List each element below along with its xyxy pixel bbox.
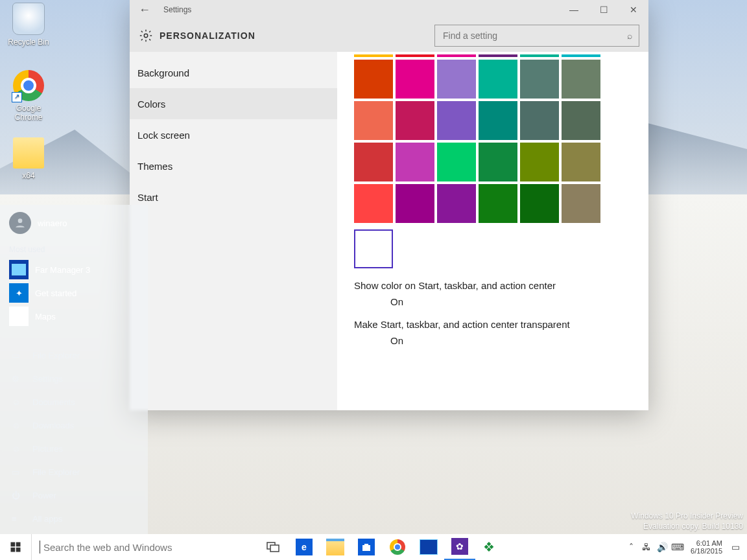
desktop: Recycle Bin ↗ Google Chrome x64 ← Settin…: [0, 0, 747, 560]
accent-swatch[interactable]: [520, 60, 559, 99]
start-app[interactable]: ✦Get started: [0, 281, 148, 305]
settings-content: Show color on Start, taskbar, and action…: [337, 52, 648, 410]
accent-swatch[interactable]: [354, 184, 393, 223]
action-center-button[interactable]: ▭: [728, 542, 743, 552]
start-link[interactable]: ☺Documents: [0, 390, 148, 414]
accent-swatch[interactable]: [396, 143, 434, 181]
start-link[interactable]: ☺Downloads: [0, 414, 148, 437]
link-icon: ≡: [12, 514, 25, 524]
accent-swatch[interactable]: [396, 184, 434, 223]
desktop-icon-recycle-bin[interactable]: Recycle Bin: [4, 3, 53, 47]
accent-swatch[interactable]: [437, 54, 476, 57]
accent-swatch[interactable]: [396, 60, 434, 99]
search-input[interactable]: [442, 30, 627, 41]
taskbar-app-explorer[interactable]: [320, 534, 351, 560]
accent-swatch[interactable]: [562, 184, 600, 223]
start-link[interactable]: ☺Pictures: [0, 437, 148, 460]
accent-swatch[interactable]: [520, 143, 559, 181]
start-link[interactable]: ⚙Settings: [0, 367, 148, 390]
minimize-button[interactable]: —: [559, 0, 589, 19]
accent-swatch[interactable]: [354, 101, 393, 140]
svg-rect-5: [16, 548, 21, 552]
nav-item-lockscreen[interactable]: Lock screen: [130, 119, 337, 150]
accent-swatch[interactable]: [562, 60, 600, 99]
accent-swatch[interactable]: [396, 54, 434, 57]
accent-swatch[interactable]: [396, 101, 434, 140]
taskbar-apps: e ✿ ❖: [289, 534, 506, 560]
custom-color-swatch[interactable]: [354, 229, 393, 268]
search-icon: ⌕: [627, 30, 632, 41]
nav-item-colors[interactable]: Colors: [130, 88, 337, 119]
taskbar-app-edge[interactable]: e: [289, 534, 320, 560]
accent-swatch[interactable]: [562, 143, 600, 181]
start-link[interactable]: ⏻Power: [0, 484, 148, 507]
link-label: All apps: [32, 514, 62, 524]
close-button[interactable]: ✕: [619, 0, 648, 19]
accent-swatch[interactable]: [437, 143, 476, 181]
accent-swatch[interactable]: [479, 184, 517, 223]
taskbar-search[interactable]: Search the web and Windows: [31, 534, 257, 560]
accent-swatch[interactable]: [520, 184, 559, 223]
desktop-icon-folder[interactable]: x64: [4, 137, 53, 180]
link-label: Downloads: [32, 421, 74, 430]
link-icon: ⏻: [12, 491, 25, 500]
task-view-button[interactable]: [257, 534, 289, 560]
accent-swatch[interactable]: [437, 101, 476, 140]
watermark-line: Evaluation copy. Build 10130: [631, 521, 743, 531]
toggle-value[interactable]: On: [390, 296, 632, 307]
accent-swatch[interactable]: [520, 54, 559, 57]
tray-volume-icon[interactable]: 🔊: [654, 542, 670, 552]
accent-color-grid: [354, 60, 632, 223]
link-label: Settings: [32, 374, 63, 384]
taskbar: Search the web and Windows e ✿ ❖ ˄ 🖧 🔊 ⌨…: [0, 534, 747, 560]
app-tile-icon: [9, 307, 29, 326]
start-user[interactable]: winaero: [0, 205, 148, 241]
link-icon: ▭: [12, 467, 25, 477]
accent-swatch[interactable]: [562, 101, 600, 140]
start-link[interactable]: ▭File Explorer: [0, 344, 148, 367]
nav-item-background[interactable]: Background: [130, 57, 337, 88]
tray-overflow-button[interactable]: ˄: [623, 542, 639, 552]
maximize-button[interactable]: ☐: [589, 0, 619, 19]
back-button[interactable]: ←: [130, 0, 160, 19]
accent-swatch[interactable]: [562, 54, 600, 57]
accent-swatch[interactable]: [354, 143, 393, 181]
window-title: Settings: [163, 5, 191, 14]
search-field[interactable]: ⌕: [434, 25, 639, 47]
watermark-line: Windows 10 Pro Insider Preview: [631, 511, 743, 521]
accent-swatch[interactable]: [354, 60, 393, 99]
svg-point-1: [18, 218, 23, 223]
taskbar-app-settings[interactable]: ✿: [444, 534, 475, 560]
taskbar-app-store[interactable]: [351, 534, 382, 560]
accent-swatch[interactable]: [479, 143, 517, 181]
accent-swatch[interactable]: [479, 101, 517, 140]
nav-item-start[interactable]: Start: [130, 181, 337, 213]
link-label: File Explorer: [32, 351, 80, 360]
start-app[interactable]: Far Manager 3: [0, 258, 148, 281]
option-label: Make Start, taskbar, and action center t…: [354, 319, 632, 330]
start-link[interactable]: ≡All apps: [0, 507, 148, 530]
nav-item-themes[interactable]: Themes: [130, 150, 337, 181]
taskbar-app-far[interactable]: [413, 534, 444, 560]
taskbar-app-generic[interactable]: ❖: [475, 534, 506, 560]
titlebar[interactable]: ← Settings — ☐ ✕: [130, 0, 648, 19]
accent-swatch[interactable]: [520, 101, 559, 140]
accent-row-partial: [354, 54, 632, 57]
tray-clock[interactable]: 6:01 AM 6/18/2015: [685, 539, 728, 555]
toggle-value[interactable]: On: [390, 335, 632, 346]
start-button[interactable]: [0, 534, 31, 560]
tray-keyboard-icon[interactable]: ⌨: [670, 542, 685, 552]
start-link[interactable]: ▭File Explorer: [0, 460, 148, 484]
accent-swatch[interactable]: [479, 60, 517, 99]
tray-network-icon[interactable]: 🖧: [639, 542, 654, 552]
accent-swatch[interactable]: [437, 60, 476, 99]
start-app[interactable]: Maps: [0, 305, 148, 328]
link-icon: ☺: [12, 421, 25, 430]
accent-swatch[interactable]: [437, 184, 476, 223]
taskbar-app-chrome[interactable]: [382, 534, 413, 560]
desktop-icon-chrome[interactable]: ↗ Google Chrome: [4, 70, 53, 122]
settings-icon: ✿: [451, 538, 468, 555]
accent-swatch[interactable]: [479, 54, 517, 57]
accent-swatch[interactable]: [354, 54, 393, 57]
system-tray: ˄ 🖧 🔊 ⌨ 6:01 AM 6/18/2015 ▭: [623, 534, 747, 560]
